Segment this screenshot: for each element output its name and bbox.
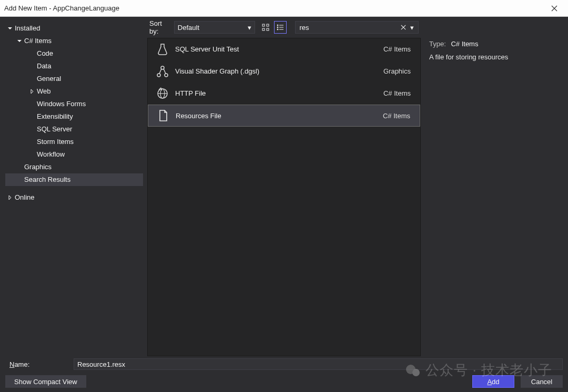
sidebar-item-installed[interactable]: Installed — [5, 22, 143, 35]
sidebar-item-web[interactable]: Web — [5, 85, 143, 98]
sidebar-item-sql-server[interactable]: SQL Server — [5, 123, 143, 136]
svg-rect-1 — [267, 24, 269, 26]
clear-search-button[interactable] — [399, 23, 408, 32]
sidebar-item-label: Workflow — [37, 149, 65, 160]
center-toolbar: Sort by: Default ▾ — [147, 19, 421, 38]
sidebar-item-label: Search Results — [24, 174, 70, 185]
globe-icon — [153, 84, 172, 103]
cancel-button[interactable]: Cancel — [521, 375, 563, 388]
sidebar-item-label: C# Items — [24, 36, 52, 46]
sidebar-item-label: SQL Server — [37, 124, 72, 135]
file-icon — [154, 106, 173, 125]
grid-icon — [262, 24, 269, 31]
search-box[interactable]: ▾ — [295, 21, 419, 34]
name-input[interactable] — [74, 358, 563, 370]
detail-type-value: C# Items — [451, 40, 478, 48]
svg-point-6 — [277, 27, 278, 28]
sidebar-item-search-results[interactable]: Search Results — [5, 173, 143, 186]
sidebar-item-label: Graphics — [24, 162, 52, 172]
sidebar-item-workflow[interactable]: Workflow — [5, 148, 143, 161]
template-list: SQL Server Unit Test C# Items Visual Sha… — [147, 38, 421, 356]
dialog-footer: Name: Show Compact View Add Cancel — [3, 356, 565, 389]
sidebar-item-label: Extensibility — [37, 111, 73, 122]
template-category: C# Items — [383, 45, 411, 53]
template-category: C# Items — [383, 89, 411, 97]
titlebar: Add New Item - AppChangeLanguage — [0, 0, 568, 17]
sort-by-label: Sort by: — [149, 19, 170, 35]
search-dropdown-button[interactable]: ▾ — [408, 23, 416, 32]
sidebar-item-general[interactable]: General — [5, 73, 143, 85]
sidebar-item-label: Installed — [15, 23, 40, 34]
close-button[interactable] — [545, 1, 564, 16]
category-tree: Installed C# Items Code Data General — [5, 22, 143, 353]
sidebar-item-extensibility[interactable]: Extensibility — [5, 110, 143, 123]
sidebar-item-label: Data — [37, 61, 51, 71]
template-name: Resources File — [173, 112, 383, 120]
template-row[interactable]: HTTP File C# Items — [148, 82, 420, 105]
svg-rect-0 — [262, 24, 265, 26]
sidebar-item-csharp-items[interactable]: C# Items — [5, 35, 143, 47]
svg-point-11 — [157, 74, 160, 77]
name-label: Name: — [5, 360, 68, 368]
svg-point-8 — [277, 29, 278, 30]
sidebar-item-label: Code — [37, 48, 53, 59]
chevron-down-icon — [6, 25, 14, 32]
sidebar-item-code[interactable]: Code — [5, 47, 143, 60]
sidebar-item-label: Storm Items — [37, 137, 74, 147]
svg-line-13 — [159, 69, 161, 74]
sidebar-item-label: Windows Forms — [37, 99, 86, 109]
sidebar-item-data[interactable]: Data — [5, 60, 143, 73]
template-name: HTTP File — [172, 89, 383, 97]
center-panel: Sort by: Default ▾ — [147, 19, 421, 356]
svg-rect-3 — [267, 28, 269, 30]
detail-pane: Type: C# Items A file for storing resour… — [423, 19, 565, 356]
close-icon — [401, 25, 406, 30]
chevron-down-icon: ▾ — [248, 24, 251, 32]
template-row[interactable]: SQL Server Unit Test C# Items — [148, 38, 420, 60]
add-button[interactable]: Add — [472, 375, 514, 388]
flask-icon — [153, 40, 172, 59]
view-list-button[interactable] — [274, 21, 287, 34]
sidebar-item-label: General — [37, 74, 61, 84]
detail-description: A file for storing resources — [429, 53, 560, 61]
close-icon — [551, 5, 557, 12]
svg-line-14 — [164, 69, 166, 74]
graph-icon — [153, 62, 172, 81]
template-category: Graphics — [383, 67, 411, 75]
list-icon — [277, 24, 284, 31]
sort-by-value: Default — [178, 24, 199, 32]
chevron-down-icon — [16, 37, 23, 45]
template-name: Visual Shader Graph (.dgsl) — [172, 67, 383, 75]
view-grid-button[interactable] — [259, 21, 272, 34]
svg-point-4 — [277, 25, 278, 26]
chevron-right-icon — [6, 194, 14, 201]
sort-by-dropdown[interactable]: Default ▾ — [174, 21, 255, 34]
sidebar-item-online[interactable]: Online — [5, 191, 143, 204]
chevron-right-icon — [28, 88, 36, 95]
sidebar-item-windows-forms[interactable]: Windows Forms — [5, 98, 143, 110]
sidebar-item-graphics[interactable]: Graphics — [5, 161, 143, 173]
svg-rect-2 — [262, 28, 265, 30]
sidebar-item-storm-items[interactable]: Storm Items — [5, 136, 143, 148]
svg-point-12 — [165, 74, 168, 77]
template-name: SQL Server Unit Test — [172, 45, 383, 53]
template-row[interactable]: Resources File C# Items — [148, 105, 420, 127]
sidebar-item-label: Online — [15, 192, 35, 203]
search-input[interactable] — [298, 24, 400, 32]
show-compact-view-button[interactable]: Show Compact View — [5, 375, 86, 388]
template-row[interactable]: Visual Shader Graph (.dgsl) Graphics — [148, 60, 420, 82]
sidebar-item-label: Web — [37, 86, 51, 97]
window-title: Add New Item - AppChangeLanguage — [4, 4, 545, 12]
detail-type-label: Type: — [429, 40, 446, 48]
template-category: C# Items — [383, 112, 410, 120]
category-sidebar: Installed C# Items Code Data General — [3, 19, 145, 356]
